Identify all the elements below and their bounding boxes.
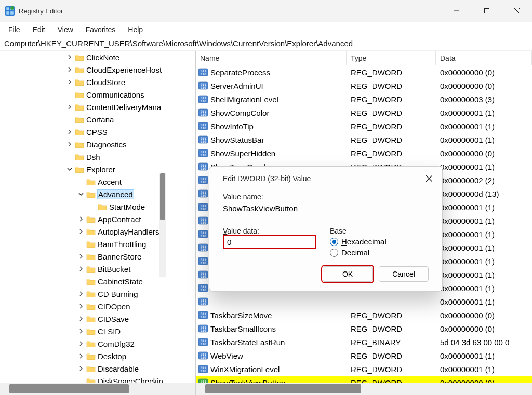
tree-label: CIDSave <box>98 315 129 323</box>
list-row[interactable]: 011110TaskbarSmallIconsREG_DWORD0x000000… <box>196 322 532 335</box>
tree-vertical-scrollbar[interactable] <box>159 173 166 277</box>
value-data: 0x00000001 (1) <box>436 230 532 239</box>
menu-favorites[interactable]: Favorites <box>79 25 122 34</box>
menu-file[interactable]: File <box>2 25 26 34</box>
expand-icon[interactable] <box>77 190 85 198</box>
expand-icon[interactable] <box>65 65 74 74</box>
expand-icon[interactable] <box>77 327 85 335</box>
list-row[interactable]: 011110WinXMigrationLevelREG_DWORD0x00000… <box>196 362 532 376</box>
dialog-close-button[interactable] <box>422 172 436 185</box>
tree-item[interactable]: ContentDeliveryMana <box>0 101 195 113</box>
tree-item[interactable]: Diagnostics <box>0 138 195 151</box>
tree-label: Accent <box>98 178 122 186</box>
expand-icon[interactable] <box>65 78 74 86</box>
expand-icon[interactable] <box>77 302 85 310</box>
expand-icon[interactable] <box>77 339 85 348</box>
tree-label: BitBucket <box>98 265 130 274</box>
expand-icon[interactable] <box>77 352 85 360</box>
svg-text:110: 110 <box>201 180 206 184</box>
folder-icon <box>75 103 84 111</box>
expand-icon[interactable] <box>77 252 85 261</box>
tree-item[interactable]: CloudExperienceHost <box>0 63 195 76</box>
minimize-button[interactable] <box>442 0 472 22</box>
expand-icon <box>77 377 85 383</box>
value-type: REG_DWORD <box>347 95 436 104</box>
expand-icon[interactable] <box>77 364 85 373</box>
value-name: TaskbarSizeMove <box>210 311 272 320</box>
tree-item[interactable]: Discardable <box>0 362 195 375</box>
value-data: 0x00000000 (0) <box>436 81 532 90</box>
cancel-button[interactable]: Cancel <box>379 266 429 282</box>
list-horizontal-scrollbar[interactable] <box>196 383 532 395</box>
expand-icon[interactable] <box>77 290 85 298</box>
list-row[interactable]: 011110ShowSuperHiddenREG_DWORD0x00000000… <box>196 146 532 160</box>
menu-view[interactable]: View <box>51 25 79 34</box>
value-data: 0x00000000 (0) <box>436 149 532 158</box>
tree-item[interactable]: Cortana <box>0 113 195 126</box>
radio-decimal[interactable]: Decimal <box>330 248 429 257</box>
folder-icon <box>86 315 96 322</box>
column-header-type[interactable]: Type <box>347 51 436 65</box>
expand-icon[interactable] <box>77 215 85 223</box>
list-row[interactable]: 011110TaskbarStateLastRunREG_BINARY5d 04… <box>196 335 532 349</box>
list-row[interactable]: 011110TaskbarSizeMoveREG_DWORD0x00000000… <box>196 308 532 322</box>
column-header-data[interactable]: Data <box>436 51 532 65</box>
tree-item[interactable]: CD Burning <box>0 288 195 300</box>
list-row[interactable]: 011110WebViewREG_DWORD0x00000001 (1) <box>196 349 532 362</box>
tree-item[interactable]: Communications <box>0 88 195 101</box>
svg-text:110: 110 <box>201 261 206 265</box>
tree-item[interactable]: ComDlg32 <box>0 337 195 350</box>
list-row[interactable]: 011110ShowInfoTipREG_DWORD0x00000001 (1) <box>196 119 532 133</box>
expand-icon[interactable] <box>65 165 74 173</box>
list-row[interactable]: 011110ShowStatusBarREG_DWORD0x00000001 (… <box>196 133 532 146</box>
folder-icon <box>75 128 84 135</box>
tree-item[interactable]: DiskSpaceCheckin <box>0 375 195 383</box>
expand-icon[interactable] <box>65 140 74 148</box>
tree-item[interactable]: Desktop <box>0 350 195 362</box>
menu-edit[interactable]: Edit <box>26 25 51 34</box>
expand-icon[interactable] <box>77 227 85 236</box>
tree-item[interactable]: CIDOpen <box>0 300 195 312</box>
expand-icon[interactable] <box>77 315 85 323</box>
svg-text:110: 110 <box>201 221 206 224</box>
tree-item[interactable]: CloudStore <box>0 76 195 88</box>
tree-item[interactable]: Dsh <box>0 151 195 163</box>
list-row[interactable]: 0111100x00000001 (1) <box>196 295 532 308</box>
folder-icon <box>75 166 84 173</box>
dialog-title: Edit DWORD (32-bit) Value <box>223 174 311 183</box>
list-row[interactable]: 011110ShowCompColorREG_DWORD0x00000001 (… <box>196 106 532 119</box>
tree-item[interactable]: CIDSave <box>0 312 195 325</box>
menu-help[interactable]: Help <box>122 25 149 34</box>
address-bar[interactable]: Computer\HKEY_CURRENT_USER\Software\Micr… <box>0 36 532 51</box>
tree-item[interactable]: CPSS <box>0 126 195 138</box>
radio-hexadecimal[interactable]: Hexadecimal <box>330 237 429 246</box>
value-data: 0x0000000d (13) <box>436 189 532 198</box>
address-text: Computer\HKEY_CURRENT_USER\Software\Micr… <box>4 39 353 48</box>
value-data-input[interactable] <box>223 235 316 249</box>
title-text: Registry Editor <box>19 7 63 15</box>
list-row[interactable]: 011110SeparateProcessREG_DWORD0x00000000… <box>196 65 532 79</box>
close-button[interactable] <box>502 0 532 22</box>
folder-icon <box>98 203 107 210</box>
expand-icon[interactable] <box>65 128 74 136</box>
value-icon: 011110 <box>198 148 208 158</box>
expand-icon[interactable] <box>65 103 74 111</box>
ok-button[interactable]: OK <box>323 266 373 282</box>
list-row[interactable]: 011110ShellMigrationLevelREG_DWORD0x0000… <box>196 92 532 106</box>
tree-horizontal-scrollbar[interactable] <box>0 383 195 395</box>
maximize-button[interactable] <box>472 0 502 22</box>
value-name-label: Value name: <box>223 193 429 201</box>
list-row[interactable]: 011110ShowTaskViewButtonREG_DWORD0x00000… <box>196 376 532 383</box>
expand-icon[interactable] <box>77 265 85 273</box>
expand-icon <box>77 178 85 186</box>
column-header-name[interactable]: Name <box>196 51 347 65</box>
list-row[interactable]: 011110ServerAdminUIREG_DWORD0x00000000 (… <box>196 79 532 92</box>
tree-item[interactable]: ClickNote <box>0 51 195 63</box>
tree-item[interactable]: CLSID <box>0 325 195 337</box>
expand-icon[interactable] <box>65 53 74 61</box>
value-type: REG_DWORD <box>347 324 436 333</box>
svg-text:110: 110 <box>201 302 206 305</box>
value-name: ShellMigrationLevel <box>210 95 278 104</box>
value-type: REG_BINARY <box>347 338 436 347</box>
value-name: ShowInfoTip <box>210 122 254 131</box>
